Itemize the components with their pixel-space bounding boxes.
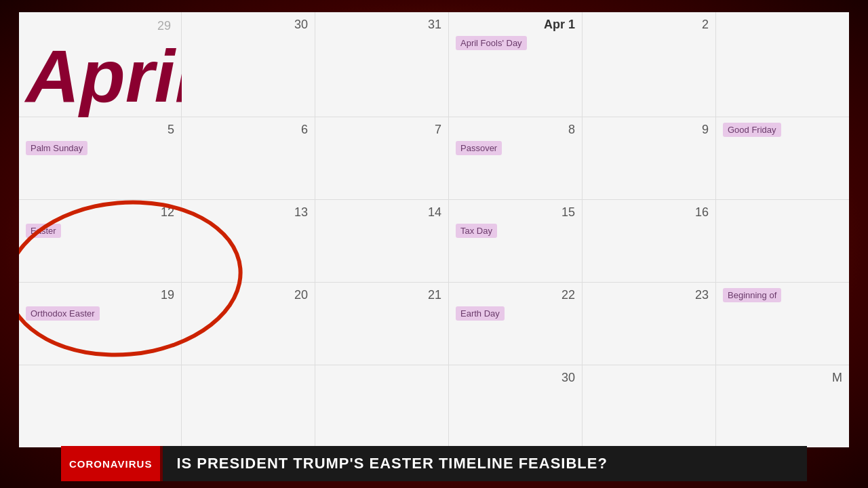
cell-2: 2 [583, 12, 716, 117]
date-12: 12 [26, 205, 174, 220]
date-8: 8 [456, 123, 575, 137]
date-21: 21 [322, 288, 441, 302]
cell-14: 14 [315, 200, 449, 282]
ticker-text: IS PRESIDENT TRUMP'S EASTER TIMELINE FEA… [163, 446, 807, 481]
calendar-grid: 29 April 30 31 Apr 1 April Fools' Day 2 [19, 12, 849, 447]
cell-9: 9 [583, 117, 716, 199]
cell-bottom-5 [583, 365, 716, 447]
date-13: 13 [189, 205, 308, 220]
date-30-bottom: 30 [456, 371, 575, 385]
date-29: 29 [157, 19, 171, 33]
event-passover: Passover [456, 141, 502, 155]
cell-12: 12 Easter [19, 200, 182, 282]
cell-31: 31 [315, 12, 449, 117]
cell-m: M [716, 365, 849, 447]
cell-23: 23 [583, 283, 716, 365]
calendar-row-3: 12 Easter 13 14 15 Tax Day 16 [19, 200, 849, 283]
ticker-label: CORONAVIRUS [61, 446, 160, 481]
cell-7: 7 [315, 117, 449, 199]
event-orthodox-easter: Orthodox Easter [26, 306, 100, 321]
date-15: 15 [456, 205, 575, 220]
cell-30-bottom: 30 [449, 365, 583, 447]
calendar-row-header: 29 April 30 31 Apr 1 April Fools' Day 2 [19, 12, 849, 117]
news-ticker: CORONAVIRUS IS PRESIDENT TRUMP'S EASTER … [61, 446, 807, 481]
event-good-friday: Good Friday [723, 123, 781, 137]
cell-partial-1 [716, 12, 849, 117]
date-7: 7 [322, 123, 441, 137]
event-tax-day: Tax Day [456, 224, 497, 238]
date-22: 22 [456, 288, 575, 302]
date-2: 2 [589, 18, 709, 32]
cell-19: 19 Orthodox Easter [19, 283, 182, 365]
calendar-container: 29 April 30 31 Apr 1 April Fools' Day 2 [19, 12, 849, 447]
date-m: M [723, 371, 842, 385]
cell-16: 16 [583, 200, 716, 282]
date-9: 9 [589, 123, 709, 137]
cell-bottom-2 [182, 365, 315, 447]
date-16: 16 [589, 205, 709, 220]
cell-apr1: Apr 1 April Fools' Day [449, 12, 583, 117]
cell-8: 8 Passover [449, 117, 583, 199]
cell-6: 6 [182, 117, 315, 199]
event-palm-sunday: Palm Sunday [26, 141, 87, 155]
cell-13: 13 [182, 200, 315, 282]
event-beginning-of: Beginning of [723, 288, 781, 302]
date-6: 6 [189, 123, 308, 137]
cell-partial-3 [716, 200, 849, 282]
cell-bottom-3 [315, 365, 449, 447]
cell-22: 22 Earth Day [449, 283, 583, 365]
date-19: 19 [26, 288, 174, 302]
cell-partial-4: Beginning of [716, 283, 849, 365]
calendar-row-5: 30 M [19, 365, 849, 447]
month-title: April [26, 39, 196, 113]
cell-bottom-1 [19, 365, 182, 447]
cell-20: 20 [182, 283, 315, 365]
date-20: 20 [189, 288, 308, 302]
cell-30: 30 [182, 12, 315, 117]
date-30: 30 [189, 18, 308, 32]
cell-21: 21 [315, 283, 449, 365]
date-14: 14 [322, 205, 441, 220]
date-31: 31 [322, 18, 441, 32]
date-apr1: Apr 1 [456, 18, 575, 32]
event-earth-day: Earth Day [456, 306, 505, 321]
calendar-row-2: 5 Palm Sunday 6 7 8 Passover 9 Good Frid… [19, 117, 849, 200]
date-5: 5 [26, 123, 174, 137]
cell-partial-2: Good Friday [716, 117, 849, 199]
cell-15: 15 Tax Day [449, 200, 583, 282]
cell-5: 5 Palm Sunday [19, 117, 182, 199]
cell-29: 29 April [19, 12, 182, 117]
date-23: 23 [589, 288, 709, 302]
calendar-row-4: 19 Orthodox Easter 20 21 22 Earth Day 23… [19, 283, 849, 365]
event-april-fools: April Fools' Day [456, 36, 527, 50]
event-easter: Easter [26, 224, 61, 238]
